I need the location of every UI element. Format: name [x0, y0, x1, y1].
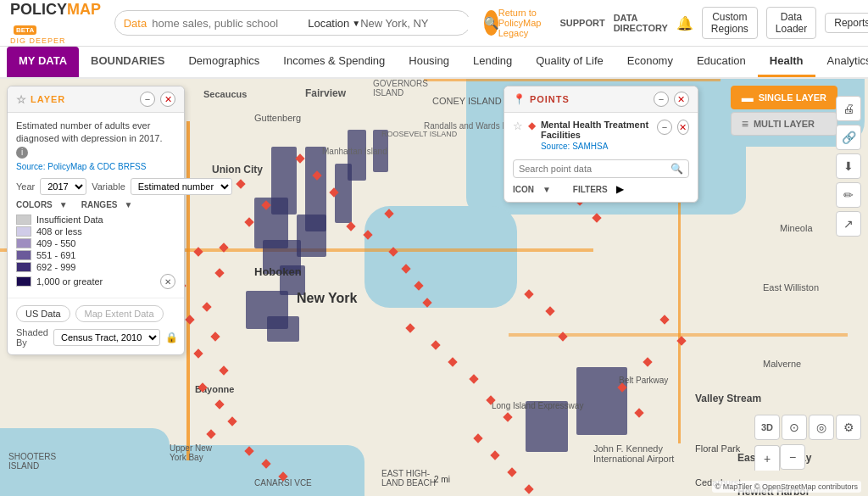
- points-item-minimize[interactable]: −: [657, 120, 672, 135]
- map-label: Malverne: [763, 359, 801, 369]
- ranges-dropdown[interactable]: ▼: [124, 200, 132, 209]
- map-link-button[interactable]: 🔗: [836, 125, 861, 150]
- road: [186, 121, 190, 460]
- map-container[interactable]: Secaucus Guttenberg Fairview Union City …: [0, 79, 868, 496]
- points-minimize-button[interactable]: −: [654, 92, 669, 107]
- lock-icon: 🔒: [165, 332, 178, 343]
- multi-layer-button[interactable]: ≡ MULTI LAYER: [731, 112, 837, 136]
- layer-controls: − ✕: [140, 92, 175, 107]
- points-facility-name: Mental Health Treatment Facilities: [541, 120, 652, 140]
- search-input[interactable]: [152, 17, 294, 30]
- map-print-button[interactable]: 🖨: [836, 96, 861, 121]
- point-search-input[interactable]: [519, 164, 670, 174]
- legend-swatch: [16, 250, 31, 260]
- info-icon[interactable]: i: [16, 147, 28, 159]
- logo-policy: POLICY: [10, 1, 67, 18]
- map-label: Upper NewYork Bay: [170, 443, 212, 462]
- data-directory-link[interactable]: DATA DIRECTORY: [614, 13, 668, 33]
- return-to-legacy-link[interactable]: Return to PolicyMap Legacy: [498, 8, 552, 38]
- location-dropdown[interactable]: Location ▼: [308, 17, 360, 30]
- year-select[interactable]: 2017: [40, 178, 86, 195]
- data-buttons-row: US Data Map Extent Data: [16, 305, 175, 322]
- nav-health[interactable]: Health: [758, 47, 815, 77]
- legend-item: 692 - 999: [16, 262, 175, 272]
- data-loader-button[interactable]: Data Loader: [766, 7, 816, 39]
- nav-boundaries[interactable]: BOUNDARIES: [79, 47, 176, 77]
- point-marker: [244, 217, 253, 226]
- layer-source-link[interactable]: PolicyMap & CDC BRFSS: [47, 162, 146, 171]
- map-share-button[interactable]: ↗: [836, 211, 861, 237]
- custom-regions-button[interactable]: Custom Regions: [702, 7, 758, 39]
- points-item-close[interactable]: ✕: [677, 120, 689, 135]
- map-draw-button[interactable]: ✏: [836, 182, 861, 208]
- map-right-controls: 🖨 🔗 ⬇ ✏ ↗: [836, 96, 861, 237]
- point-marker: [346, 221, 355, 231]
- notification-bell-icon[interactable]: 🔔: [676, 15, 693, 31]
- point-marker: [634, 408, 643, 417]
- compass-button[interactable]: ⊙: [782, 415, 807, 440]
- filters-arrow[interactable]: ▶: [616, 183, 624, 195]
- points-source-link[interactable]: SAMHSA: [572, 142, 608, 151]
- map-label: Valley Stream: [695, 393, 761, 404]
- layer-minimize-button[interactable]: −: [140, 92, 155, 107]
- map-label: John F. KennedyInternational Airport: [593, 443, 674, 464]
- point-marker: [227, 416, 236, 426]
- point-marker: [592, 213, 601, 222]
- legend-swatch: [16, 238, 31, 248]
- nav-demographics[interactable]: Demographics: [176, 47, 271, 77]
- colors-dropdown[interactable]: ▼: [59, 200, 68, 209]
- point-marker: [405, 323, 415, 332]
- legend-item: 409 - 550: [16, 238, 175, 248]
- points-star-icon[interactable]: ☆: [513, 120, 523, 132]
- nav-my-data[interactable]: MY DATA: [7, 47, 79, 77]
- layer-star-icon[interactable]: ☆: [16, 93, 27, 106]
- 3d-button[interactable]: 3D: [754, 415, 780, 440]
- zoom-out-button[interactable]: −: [780, 444, 805, 470]
- nav-analytics[interactable]: Analytics: [815, 47, 868, 77]
- settings-button[interactable]: ⚙: [836, 415, 861, 440]
- variable-select[interactable]: Estimated number: [131, 178, 232, 195]
- nav-economy[interactable]: Economy: [615, 47, 685, 77]
- map-label: Fairview: [305, 87, 346, 99]
- logo-map: MAP: [67, 1, 101, 18]
- icon-filters-row: ICON ▼ FILTERS ▶: [513, 183, 689, 195]
- icon-dropdown[interactable]: ▼: [542, 185, 551, 194]
- location-input[interactable]: [360, 17, 503, 30]
- map-label: EAST HIGH-LAND BEACH: [381, 469, 436, 488]
- map-bottom-controls: 3D ⊙ ◎ ⚙ + −: [754, 415, 861, 471]
- legend-swatch: [16, 226, 31, 237]
- points-close-button[interactable]: ✕: [674, 92, 689, 107]
- nav-education[interactable]: Education: [685, 47, 758, 77]
- layer-close-button[interactable]: ✕: [160, 92, 175, 107]
- reports-button[interactable]: Reports: [825, 13, 868, 33]
- legend-item: Insufficient Data: [16, 215, 175, 225]
- map-extent-data-button[interactable]: Map Extent Data: [75, 305, 164, 322]
- map-data-block: [297, 215, 326, 257]
- legend-item: 1,000 or greater ✕: [16, 274, 175, 289]
- map-download-button[interactable]: ⬇: [836, 153, 861, 179]
- layer-description: Estimated number of adults ever diagnose…: [16, 120, 175, 159]
- search-icon[interactable]: 🔍: [670, 163, 683, 175]
- remove-layer-button[interactable]: ✕: [160, 274, 175, 289]
- point-marker: [448, 357, 457, 366]
- chevron-down-icon: ▼: [352, 19, 360, 28]
- single-layer-button[interactable]: ▬ SINGLE LAYER: [731, 86, 837, 109]
- legend-swatch: [16, 215, 31, 225]
- points-source: Source: SAMHSA: [541, 142, 652, 151]
- zoom-in-button[interactable]: +: [754, 445, 780, 471]
- us-data-button[interactable]: US Data: [16, 305, 70, 322]
- points-item-controls: −: [657, 120, 672, 135]
- points-panel-title: 📍 POINTS: [513, 93, 570, 105]
- point-search-bar: 🔍: [513, 159, 689, 178]
- nav-housing[interactable]: Housing: [397, 47, 461, 77]
- nav-quality-of-life[interactable]: Quality of Life: [524, 47, 615, 77]
- shaded-by-select[interactable]: Census Tract, 2010: [53, 329, 160, 346]
- nav-lending[interactable]: Lending: [461, 47, 524, 77]
- location-button[interactable]: ◎: [809, 415, 834, 440]
- map-label: Union City: [212, 164, 263, 176]
- nav-incomes-spending[interactable]: Incomes & Spending: [271, 47, 397, 77]
- map-data-block: [267, 316, 299, 342]
- search-submit-button[interactable]: 🔍: [484, 10, 498, 36]
- support-link[interactable]: SUPPORT: [559, 18, 604, 28]
- map-label: Long Island Expressway: [492, 401, 583, 410]
